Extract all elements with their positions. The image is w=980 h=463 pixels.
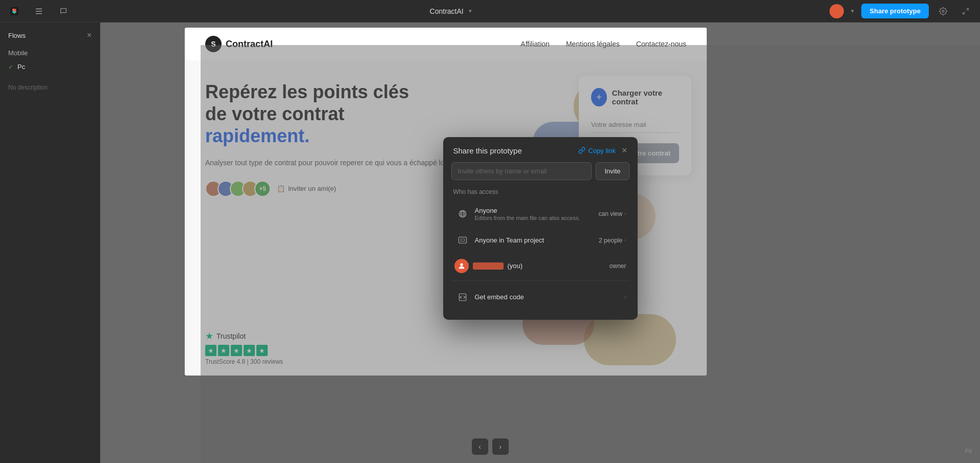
user-name-redacted xyxy=(473,262,504,269)
access-anyone-sub: Editors from the main file can also acce… xyxy=(475,214,599,221)
figma-logo[interactable] xyxy=(6,3,23,19)
sidebar-title: Flows xyxy=(8,32,26,39)
chevron-right-icon: › xyxy=(624,211,626,216)
access-team-info: Anyone in Team project xyxy=(475,236,599,244)
access-item-user[interactable]: (you) owner xyxy=(451,253,629,278)
topbar-center: ContractAI ▾ xyxy=(430,7,472,15)
globe-icon xyxy=(454,205,471,222)
access-anyone-name: Anyone xyxy=(475,206,599,214)
access-user-you-label: (you) xyxy=(508,262,523,270)
bottom-nav: ‹ › xyxy=(472,438,509,455)
access-user-role: owner xyxy=(609,262,626,269)
access-anyone-right: can view › xyxy=(598,210,626,217)
svg-rect-3 xyxy=(36,13,42,14)
access-item-team[interactable]: Anyone in Team project 2 people › xyxy=(451,227,629,253)
invite-row: Invite xyxy=(451,162,629,180)
embed-icon xyxy=(454,289,471,305)
access-item-anyone[interactable]: Anyone Editors from the main file can al… xyxy=(451,200,629,227)
share-modal: Share this prototype Copy link × Invite … xyxy=(443,137,638,319)
main-content: S ContractAI Affiliation Mentions légale… xyxy=(100,23,980,463)
layers-icon-btn[interactable] xyxy=(31,3,47,19)
next-btn[interactable]: › xyxy=(492,438,509,455)
access-user-right: owner xyxy=(609,262,626,269)
access-anyone-info: Anyone Editors from the main file can al… xyxy=(475,206,599,221)
access-team-right: 2 people › xyxy=(599,236,626,244)
copy-link-button[interactable]: Copy link xyxy=(578,146,616,154)
share-prototype-button[interactable]: Share prototype xyxy=(861,4,929,18)
modal-title: Share this prototype xyxy=(453,146,522,155)
settings-icon-btn[interactable] xyxy=(935,3,951,19)
svg-line-5 xyxy=(966,8,968,10)
svg-line-6 xyxy=(963,12,965,14)
collapse-icon-btn[interactable] xyxy=(957,3,974,19)
embed-item[interactable]: Get embed code › xyxy=(451,282,629,311)
sidebar-check-icon: ✓ xyxy=(8,63,13,71)
svg-rect-1 xyxy=(36,8,42,9)
who-has-access-label: Who has access xyxy=(451,188,629,195)
access-anyone-permission: can view xyxy=(598,210,622,217)
access-team-name: Anyone in Team project xyxy=(475,236,599,244)
sidebar-item-pc[interactable]: ✓ Pc xyxy=(0,60,100,74)
team-icon xyxy=(454,232,471,248)
bottom-right-zoom: Fit xyxy=(965,448,972,455)
invite-input[interactable] xyxy=(451,162,592,180)
topbar: ContractAI ▾ ▾ Share prototype xyxy=(0,0,980,23)
topbar-left xyxy=(6,3,72,19)
svg-rect-2 xyxy=(36,11,42,11)
access-team-people: 2 people xyxy=(599,236,622,244)
sidebar-header: Flows × xyxy=(0,31,100,46)
sidebar: Flows × Mobile ✓ Pc No description xyxy=(0,23,100,463)
sidebar-close-btn[interactable]: × xyxy=(87,31,92,40)
embed-label: Get embed code xyxy=(475,293,625,301)
modal-body: Invite Who has access Anyone Editors xyxy=(443,162,638,319)
sidebar-item-pc-label: Pc xyxy=(17,63,25,71)
modal-header: Share this prototype Copy link × xyxy=(443,137,638,162)
copy-link-label: Copy link xyxy=(589,146,616,154)
modal-close-button[interactable]: × xyxy=(622,145,627,156)
topbar-right: ▾ Share prototype xyxy=(830,3,974,19)
topbar-title: ContractAI xyxy=(430,7,464,15)
modal-header-right: Copy link × xyxy=(578,145,627,156)
chevron-right-icon-2: › xyxy=(624,237,626,243)
sidebar-item-mobile-label: Mobile xyxy=(8,49,28,57)
invite-button[interactable]: Invite xyxy=(596,162,629,180)
modal-divider xyxy=(451,280,629,280)
svg-point-14 xyxy=(460,263,463,266)
comments-icon-btn[interactable] xyxy=(55,3,72,19)
access-user-info: (you) xyxy=(473,262,609,270)
prev-btn[interactable]: ‹ xyxy=(472,438,488,455)
topbar-dropdown-arrow[interactable]: ▾ xyxy=(469,8,472,14)
user-avatar[interactable] xyxy=(830,4,844,18)
svg-rect-12 xyxy=(459,237,466,243)
svg-rect-13 xyxy=(461,238,465,241)
embed-chevron-icon: › xyxy=(624,294,626,300)
zoom-label: Fit xyxy=(965,448,972,455)
user-avatar-modal xyxy=(454,258,469,273)
sidebar-item-mobile[interactable]: Mobile xyxy=(0,46,100,60)
sidebar-description: No description xyxy=(0,74,100,101)
svg-point-4 xyxy=(942,10,944,12)
